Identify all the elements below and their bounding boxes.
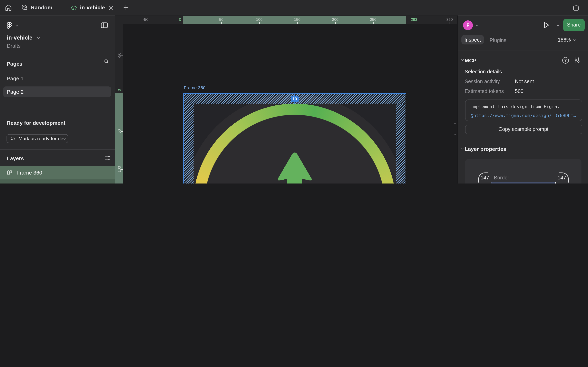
copy-example-prompt-button[interactable]: Copy example prompt xyxy=(465,125,582,134)
session-activity-value: Not sent xyxy=(515,79,534,84)
avatar-chevron-icon[interactable] xyxy=(475,24,479,27)
home-icon xyxy=(4,3,12,12)
file-name-menu[interactable]: in-vehicle xyxy=(7,34,41,41)
layers-section-title: Layers xyxy=(7,155,24,161)
divider xyxy=(458,140,588,140)
ruler-label: 50 xyxy=(219,17,223,22)
sidebar-toggle-icon xyxy=(101,22,108,28)
radius-top-right[interactable]: 147 xyxy=(558,175,566,181)
tab-in-vehicle[interactable]: in-vehicle xyxy=(65,0,116,15)
tab-inspect-active[interactable]: Inspect xyxy=(461,35,484,45)
figma-logo-icon xyxy=(7,22,12,29)
mcp-collapse-chevron-icon[interactable] xyxy=(461,58,464,62)
padding-box xyxy=(491,182,556,184)
ruler-tick xyxy=(121,131,123,132)
horizontal-ruler[interactable]: -50 0 50 100 150 200 250 293 350 xyxy=(115,15,457,24)
plus-icon xyxy=(123,5,129,10)
vertical-scrollbar-thumb[interactable] xyxy=(454,123,456,135)
zoom-chevron-icon xyxy=(573,38,577,42)
file-location[interactable]: Drafts xyxy=(7,43,21,49)
search-pages-button[interactable] xyxy=(104,59,109,64)
ruler-tick xyxy=(335,22,336,24)
pages-section-title: Pages xyxy=(7,61,22,67)
mark-ready-button[interactable]: Mark as ready for dev xyxy=(7,134,68,143)
ruler-tick xyxy=(450,22,450,24)
mark-ready-label: Mark as ready for dev xyxy=(18,136,66,141)
layer-row-frame-359[interactable]: Frame 359 xyxy=(0,179,115,184)
ruler-tick xyxy=(121,55,123,56)
ruler-label: 0 xyxy=(117,89,121,91)
estimated-tokens-value: 500 xyxy=(515,89,523,94)
play-button[interactable] xyxy=(543,21,550,29)
ruler-tick xyxy=(259,22,260,24)
close-tab-icon[interactable] xyxy=(109,5,113,10)
ruler-label: 100 xyxy=(117,166,121,173)
layer-row-label: Frame 360 xyxy=(17,170,42,176)
right-inspect-panel: F Share Inspect Plugins 186% MCP ? Selec… xyxy=(457,15,588,184)
play-options-chevron-icon[interactable] xyxy=(556,24,560,27)
ruler-tick xyxy=(146,22,146,24)
border-value[interactable]: - xyxy=(522,175,524,181)
mcp-help-icon[interactable]: ? xyxy=(562,57,569,63)
top-tab-bar: Random in-vehicle xyxy=(0,0,588,15)
ruler-label: 100 xyxy=(256,17,263,22)
ruler-label: 150 xyxy=(294,17,301,22)
dev-mode-icon xyxy=(71,5,77,11)
session-activity-label: Session activity xyxy=(465,79,500,84)
example-prompt-box[interactable]: Implement this design from Figma. @https… xyxy=(465,99,582,121)
box-model-card: 147 147 147 147 Border - Padding 13 13 1… xyxy=(465,159,581,184)
selection-details-label: Selection details xyxy=(465,69,502,75)
search-icon xyxy=(104,59,109,64)
layers-sort-icon xyxy=(104,156,110,160)
page-item-2-label: Page 2 xyxy=(7,89,24,95)
divider xyxy=(458,50,588,51)
ruler-label: 0 xyxy=(179,17,181,22)
divider xyxy=(0,54,115,55)
layer-row-label: Frame 359 xyxy=(27,183,53,184)
mcp-settings-sliders-icon[interactable] xyxy=(575,57,580,63)
frame-360-selection[interactable]: 8km 13 13 13 13 xyxy=(183,93,406,184)
divider xyxy=(0,114,115,114)
figma-app: Random in-vehicle xyxy=(0,0,588,184)
frame-layer-icon xyxy=(7,170,12,175)
window-controls-button[interactable] xyxy=(573,0,586,15)
main-menu-button[interactable] xyxy=(7,22,19,29)
tab-random-label: Random xyxy=(31,5,52,11)
ruler-label: 293 xyxy=(411,17,417,22)
radius-top-left[interactable]: 147 xyxy=(481,175,489,181)
zoom-level: 186% xyxy=(558,37,571,43)
tab-random[interactable]: Random xyxy=(16,0,65,15)
zoom-menu[interactable]: 186% xyxy=(545,35,577,45)
divider xyxy=(458,48,588,48)
ruler-label: -50 xyxy=(143,17,148,22)
divider xyxy=(0,15,115,16)
canvas-viewport[interactable]: Frame 360 8km 13 13 13 13 51 / 96 xyxy=(123,24,457,184)
ruler-label: 350 xyxy=(446,17,453,22)
left-sidebar: in-vehicle Drafts Pages Page 1 Page 2 Re… xyxy=(0,15,115,184)
padding-badge-top[interactable]: 13 xyxy=(291,96,299,102)
dev-code-icon xyxy=(10,136,16,141)
new-tab-button[interactable] xyxy=(116,0,136,15)
tab-plugins[interactable]: Plugins xyxy=(490,37,506,43)
share-button[interactable]: Share xyxy=(563,18,585,31)
border-label: Border xyxy=(494,175,509,181)
layer-row-frame-360[interactable]: Frame 360 xyxy=(0,166,115,179)
layer-props-collapse-chevron-icon[interactable] xyxy=(461,147,464,150)
frame-canvas-label[interactable]: Frame 360 xyxy=(184,85,205,90)
ruler-tick xyxy=(221,22,222,24)
tab-file-label: in-vehicle xyxy=(80,5,105,11)
selection-border xyxy=(183,93,406,184)
divider xyxy=(571,0,572,15)
ready-section-title: Ready for development xyxy=(7,120,66,126)
vertical-ruler[interactable]: -50 0 50 100 150 200 250 293 350 xyxy=(115,24,123,184)
chevron-down-icon xyxy=(15,24,19,27)
ruler-label: 50 xyxy=(117,129,121,133)
ruler-label: 250 xyxy=(370,17,376,22)
avatar[interactable]: F xyxy=(463,20,473,30)
layers-options-button[interactable] xyxy=(104,156,110,160)
home-button[interactable] xyxy=(3,0,13,15)
page-item-2-selected[interactable]: Page 2 xyxy=(3,86,111,97)
ruler-tick xyxy=(297,22,298,24)
toggle-panel-button[interactable] xyxy=(101,22,108,28)
page-item-1[interactable]: Page 1 xyxy=(7,75,24,82)
